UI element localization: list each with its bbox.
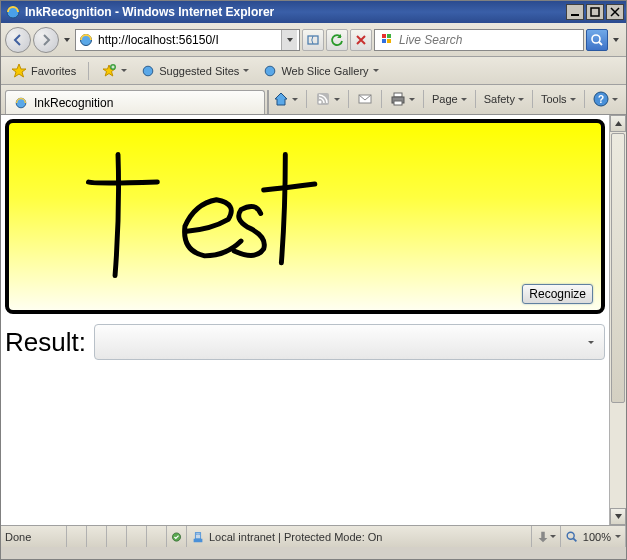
tab-label: InkRecognition [34, 96, 113, 110]
help-button[interactable]: ? [589, 88, 622, 110]
status-pane-5 [147, 526, 167, 547]
feeds-button[interactable] [311, 88, 344, 110]
separator [381, 90, 382, 108]
chevron-down-icon [550, 535, 556, 538]
status-pane-2 [87, 526, 107, 547]
ink-strokes [9, 123, 601, 310]
page-content: Recognize Result: [1, 115, 626, 525]
svg-text:?: ? [598, 94, 604, 105]
chevron-down-icon [409, 98, 415, 101]
chevron-down-icon [518, 98, 524, 101]
zone-label: Local intranet | Protected Mode: On [209, 531, 382, 543]
svg-point-11 [143, 66, 153, 76]
window-titlebar: InkRecognition - Windows Internet Explor… [1, 1, 626, 23]
svg-point-15 [319, 101, 322, 104]
tab-command-bar: InkRecognition Page Safety [1, 85, 626, 115]
back-button[interactable] [5, 27, 31, 53]
scroll-up-button[interactable] [610, 115, 626, 132]
separator [475, 90, 476, 108]
page-menu[interactable]: Page [428, 88, 471, 110]
safety-label: Safety [484, 93, 515, 105]
status-pane-1 [67, 526, 87, 547]
close-button[interactable] [606, 4, 624, 20]
vertical-scrollbar[interactable] [609, 115, 626, 525]
navigation-bar [1, 23, 626, 57]
chevron-down-icon [292, 98, 298, 101]
home-button[interactable] [269, 88, 302, 110]
zoom-control[interactable]: 100% [561, 526, 626, 547]
nav-history-dropdown[interactable] [61, 38, 73, 42]
svg-rect-1 [571, 14, 579, 16]
chevron-down-icon [615, 535, 621, 538]
status-pane-3 [107, 526, 127, 547]
page-label: Page [432, 93, 458, 105]
chevron-down-icon [570, 98, 576, 101]
suggested-sites-link[interactable]: Suggested Sites [137, 62, 253, 80]
mail-button[interactable] [353, 88, 377, 110]
svg-rect-23 [194, 538, 203, 542]
tools-menu[interactable]: Tools [537, 88, 580, 110]
security-zone[interactable]: Local intranet | Protected Mode: On [187, 526, 532, 547]
ink-canvas[interactable]: Recognize [5, 119, 605, 314]
popup-blocker-icon[interactable] [167, 526, 187, 547]
status-pane-4 [127, 526, 147, 547]
search-provider-icon [379, 32, 395, 48]
separator [306, 90, 307, 108]
scroll-down-button[interactable] [610, 508, 626, 525]
search-dropdown[interactable] [610, 38, 622, 42]
tools-label: Tools [541, 93, 567, 105]
svg-rect-25 [196, 533, 197, 534]
search-input[interactable] [399, 33, 579, 47]
stop-button[interactable] [350, 29, 372, 51]
address-dropdown[interactable] [281, 30, 297, 50]
favorites-label: Favorites [31, 65, 76, 77]
refresh-button[interactable] [326, 29, 348, 51]
favorites-button[interactable]: Favorites [7, 61, 80, 81]
forward-button[interactable] [33, 27, 59, 53]
svg-rect-26 [198, 533, 199, 534]
svg-rect-8 [387, 39, 391, 43]
window-title: InkRecognition - Windows Internet Explor… [25, 5, 564, 19]
separator [584, 90, 585, 108]
tab-inkrecognition[interactable]: InkRecognition [5, 90, 265, 114]
separator [423, 90, 424, 108]
separator [88, 62, 89, 80]
url-input[interactable] [98, 33, 281, 47]
page-icon [78, 32, 94, 48]
svg-rect-6 [387, 34, 391, 38]
scroll-thumb[interactable] [611, 133, 625, 403]
chevron-down-icon [373, 69, 379, 72]
maximize-button[interactable] [586, 4, 604, 20]
minimize-button[interactable] [566, 4, 584, 20]
chevron-down-icon [121, 69, 127, 72]
svg-rect-4 [308, 36, 318, 44]
add-to-favorites-button[interactable] [97, 61, 131, 81]
command-bar: Page Safety Tools ? [269, 84, 627, 114]
svg-rect-2 [591, 8, 599, 16]
favorites-bar: Favorites Suggested Sites Web Slice Gall… [1, 57, 626, 85]
zoom-label: 100% [583, 531, 611, 543]
chevron-down-icon [612, 98, 618, 101]
ie-icon [5, 4, 21, 20]
status-text: Done [1, 526, 67, 547]
chevron-down-icon [588, 341, 594, 344]
result-dropdown[interactable] [94, 324, 605, 360]
result-label: Result: [5, 327, 86, 358]
address-bar[interactable] [75, 29, 300, 51]
web-slice-label: Web Slice Gallery [281, 65, 368, 77]
scroll-track[interactable] [610, 404, 626, 508]
svg-rect-24 [195, 532, 200, 538]
search-go-button[interactable] [586, 29, 608, 51]
print-button[interactable] [386, 88, 419, 110]
safety-menu[interactable]: Safety [480, 88, 528, 110]
compat-view-button[interactable] [302, 29, 324, 51]
search-box[interactable] [374, 29, 584, 51]
zone-dropdown[interactable] [532, 526, 561, 547]
web-slice-link[interactable]: Web Slice Gallery [259, 62, 382, 80]
svg-rect-5 [382, 34, 386, 38]
svg-rect-17 [394, 93, 402, 97]
recognize-button[interactable]: Recognize [522, 284, 593, 304]
suggested-sites-label: Suggested Sites [159, 65, 239, 77]
chevron-down-icon [461, 98, 467, 101]
status-bar: Done Local intranet | Protected Mode: On… [1, 525, 626, 547]
